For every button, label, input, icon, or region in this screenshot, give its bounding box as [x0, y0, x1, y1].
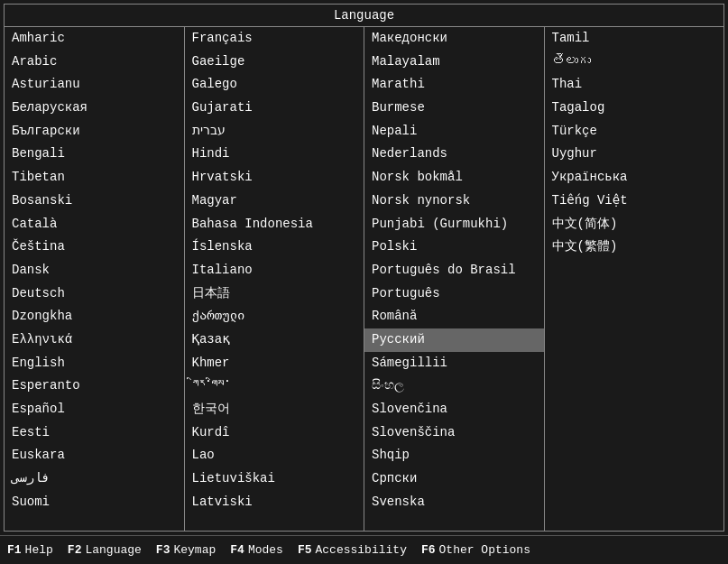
language-item[interactable]: Uyghur: [545, 143, 724, 166]
language-item[interactable]: Қазақ: [185, 328, 364, 352]
bottom-bar: F1HelpF2LanguageF3KeymapF4ModesF5Accessi…: [0, 535, 728, 564]
language-item[interactable]: Bahasa Indonesia: [185, 213, 364, 236]
language-item[interactable]: Español: [5, 398, 184, 421]
language-item[interactable]: Norsk nynorsk: [364, 190, 544, 213]
language-item[interactable]: English: [5, 352, 184, 375]
language-item[interactable]: Dansk: [5, 259, 184, 282]
language-item[interactable]: Ελληνικά: [5, 328, 184, 352]
key-description: Modes: [248, 543, 283, 557]
language-item[interactable]: Norsk bokmål: [364, 166, 544, 190]
language-item[interactable]: Čeština: [5, 236, 184, 259]
language-item[interactable]: Íslenska: [185, 236, 364, 259]
language-item[interactable]: Punjabi (Gurmukhi): [364, 213, 544, 236]
language-item[interactable]: Kurdî: [185, 421, 364, 445]
language-item[interactable]: Български: [5, 120, 184, 143]
bottom-key-f3[interactable]: F3Keymap: [156, 543, 216, 557]
language-item[interactable]: Suomi: [5, 491, 184, 514]
language-item[interactable]: Македонски: [364, 27, 544, 51]
language-item[interactable]: Burmese: [364, 97, 544, 120]
language-item[interactable]: Türkçe: [545, 120, 724, 143]
language-panel: Language AmharicArabicAsturianuБеларуска…: [4, 4, 724, 532]
language-item[interactable]: 日本語: [185, 282, 364, 306]
language-item[interactable]: Eesti: [5, 421, 184, 445]
language-item[interactable]: Slovenščina: [364, 421, 544, 445]
key-description: Other Options: [439, 543, 530, 557]
language-item[interactable]: Bengali: [5, 143, 184, 166]
language-item[interactable]: Malayalam: [364, 51, 544, 74]
language-column-3: TamilతెలుగుThaiTagalogTürkçeUyghurУкраїн…: [545, 27, 724, 531]
key-shortcut: F5: [298, 543, 312, 557]
language-item[interactable]: Tibetan: [5, 166, 184, 190]
language-item[interactable]: Português do Brasil: [364, 259, 544, 282]
language-column-1: FrançaisGaeilgeGalegoGujaratiעבריתHindiH…: [185, 27, 365, 531]
language-item[interactable]: Dzongkha: [5, 305, 184, 328]
key-shortcut: F2: [68, 543, 82, 557]
language-item[interactable]: Nederlands: [364, 143, 544, 166]
language-column-2: МакедонскиMalayalamMarathiBurmeseNepaliN…: [364, 27, 545, 531]
language-item[interactable]: Khmer: [185, 352, 364, 375]
bottom-key-f2[interactable]: F2Language: [68, 543, 142, 557]
bottom-key-f6[interactable]: F6Other Options: [421, 543, 530, 557]
language-item[interactable]: Marathi: [364, 73, 544, 97]
language-item[interactable]: Shqip: [364, 444, 544, 467]
language-item[interactable]: Galego: [185, 73, 364, 97]
language-item[interactable]: Українська: [545, 166, 724, 190]
key-description: Keymap: [173, 543, 216, 557]
language-item[interactable]: Magyar: [185, 190, 364, 213]
bottom-key-f4[interactable]: F4Modes: [230, 543, 283, 557]
language-item[interactable]: 中文(繁體): [545, 236, 724, 259]
language-item[interactable]: Hrvatski: [185, 166, 364, 190]
language-item[interactable]: Русский: [364, 328, 544, 352]
language-list-container: AmharicArabicAsturianuБеларускаяБългарск…: [5, 27, 723, 531]
language-item[interactable]: Euskara: [5, 444, 184, 467]
language-item[interactable]: ཀིར་གིས་: [185, 374, 364, 398]
language-item[interactable]: 한국어: [185, 398, 364, 421]
key-description: Language: [85, 543, 141, 557]
language-item[interactable]: Amharic: [5, 27, 184, 51]
key-shortcut: F4: [230, 543, 244, 557]
panel-title: Language: [5, 5, 723, 27]
language-item[interactable]: Thai: [545, 73, 724, 97]
key-shortcut: F3: [156, 543, 170, 557]
language-item[interactable]: ქართული: [185, 305, 364, 328]
language-item[interactable]: Français: [185, 27, 364, 51]
language-item[interactable]: Slovenčina: [364, 398, 544, 421]
language-item[interactable]: Hindi: [185, 143, 364, 166]
language-item[interactable]: فارسی: [5, 467, 184, 491]
language-item[interactable]: Asturianu: [5, 73, 184, 97]
language-item[interactable]: Gujarati: [185, 97, 364, 120]
key-description: Accessibility: [316, 543, 407, 557]
language-item[interactable]: 中文(简体): [545, 213, 724, 236]
language-item[interactable]: Gaeilge: [185, 51, 364, 74]
language-item[interactable]: Italiano: [185, 259, 364, 282]
bottom-key-f1[interactable]: F1Help: [7, 543, 53, 557]
key-description: Help: [25, 543, 53, 557]
language-item[interactable]: Svenska: [364, 491, 544, 514]
language-item[interactable]: Bosanski: [5, 190, 184, 213]
language-item[interactable]: తెలుగు: [545, 51, 724, 74]
language-item[interactable]: Català: [5, 213, 184, 236]
language-item[interactable]: සිංහල: [364, 374, 544, 398]
language-item[interactable]: Esperanto: [5, 374, 184, 398]
language-item[interactable]: Polski: [364, 236, 544, 259]
language-item[interactable]: Latviski: [185, 491, 364, 514]
language-item[interactable]: Română: [364, 305, 544, 328]
language-item[interactable]: Sámegillii: [364, 352, 544, 375]
bottom-key-f5[interactable]: F5Accessibility: [298, 543, 407, 557]
language-item[interactable]: Nepali: [364, 120, 544, 143]
language-item[interactable]: Tiếng Việt: [545, 190, 724, 213]
language-item[interactable]: Lietuviškai: [185, 467, 364, 491]
language-item[interactable]: Deutsch: [5, 282, 184, 306]
language-item[interactable]: Arabic: [5, 51, 184, 74]
language-item[interactable]: Tagalog: [545, 97, 724, 120]
language-item[interactable]: Português: [364, 282, 544, 306]
language-item[interactable]: Tamil: [545, 27, 724, 51]
language-item[interactable]: Беларуская: [5, 97, 184, 120]
language-column-0: AmharicArabicAsturianuБеларускаяБългарск…: [5, 27, 185, 531]
key-shortcut: F6: [421, 543, 436, 557]
language-item[interactable]: Lao: [185, 444, 364, 467]
language-item[interactable]: עברית: [185, 120, 364, 143]
key-shortcut: F1: [7, 543, 22, 557]
app: Language AmharicArabicAsturianuБеларуска…: [0, 0, 728, 564]
language-item[interactable]: Српски: [364, 467, 544, 491]
